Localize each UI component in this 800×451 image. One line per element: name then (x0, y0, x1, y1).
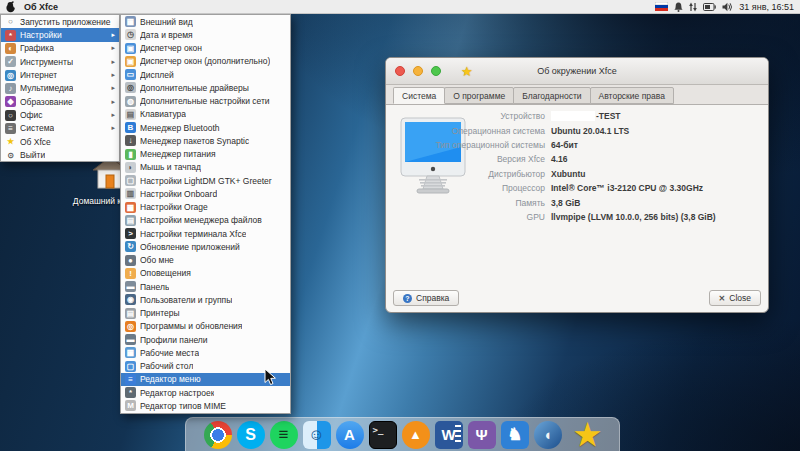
terminal-icon[interactable]: >_ (369, 421, 397, 449)
education-icon: ◆ (5, 96, 16, 107)
submenu-item[interactable]: ▢ Настройки LightDM GTK+ Greeter (121, 174, 290, 187)
submenu-item[interactable]: ↻ Обновление приложений (121, 240, 290, 253)
submenu-item[interactable]: ▣ Диспетчер окон (дополнительно) (121, 55, 290, 68)
submenu-arrow-icon: ▸ (111, 71, 115, 79)
keyboard-layout-flag-icon[interactable] (655, 2, 668, 11)
close-window-button[interactable] (395, 66, 405, 76)
info-label: Процессор (386, 183, 551, 193)
clock[interactable]: 31 янв, 16:51 (739, 2, 794, 12)
star-icon[interactable]: ★ (574, 421, 602, 449)
spotify-icon[interactable]: ≡ (270, 421, 298, 449)
submenu-item[interactable]: ◎ Дополнительные драйверы (121, 81, 290, 94)
submenu-item[interactable]: ◷ Дата и время (121, 28, 290, 41)
xfce-mouse-icon[interactable]: ♞ (501, 421, 529, 449)
submenu-item[interactable]: ● Обо мне (121, 254, 290, 267)
submenu-item[interactable]: ◉ Пользователи и группы (121, 293, 290, 306)
lightdm-icon: ▢ (125, 175, 136, 186)
dialog-titlebar[interactable]: Об окружении Xfce ★ (386, 58, 768, 85)
submenu-item[interactable]: ▦ Настройки Orage (121, 201, 290, 214)
submenu-item[interactable]: ▣ Диспетчер окон (121, 42, 290, 55)
tab[interactable]: Благодарности (513, 87, 590, 104)
submenu-item[interactable]: ▦ Рабочие места (121, 346, 290, 359)
submenu-item[interactable]: ≡ Редактор меню (121, 373, 290, 386)
submenu-item[interactable]: ▮ Менеджер питания (121, 148, 290, 161)
bluetooth-icon: B (125, 122, 136, 133)
menu-item[interactable]: ○ Запустить приложение... (1, 15, 119, 28)
dialog-title: Об окружении Xfce (386, 66, 768, 76)
submenu-item[interactable]: ▢ Рабочий стол (121, 360, 290, 373)
submenu-item[interactable]: ▬ Профили панели (121, 333, 290, 346)
finder-icon[interactable]: ☺ (303, 421, 331, 449)
menu-item[interactable]: ◆ Образование ▸ (1, 95, 119, 108)
menu-item[interactable]: ◐ Графика ▸ (1, 42, 119, 55)
close-button[interactable]: ✕ Close (709, 290, 761, 306)
network-arrows-icon[interactable] (689, 2, 697, 12)
notifications-bell-icon[interactable] (674, 2, 683, 12)
submenu-arrow-icon: ▸ (111, 44, 115, 52)
info-label: Операционная система (386, 126, 551, 136)
volume-icon[interactable] (722, 2, 733, 12)
dialog-footer: ? Справка ✕ Close (393, 290, 761, 306)
submenu-item[interactable]: ▦ Внешний вид (121, 15, 290, 28)
purple-emblem-icon[interactable]: Ψ (468, 421, 496, 449)
tab[interactable]: Система (393, 87, 445, 104)
minimize-window-button[interactable] (413, 66, 423, 76)
menu-item[interactable]: ○ Офис ▸ (1, 108, 119, 121)
skype-icon[interactable]: S (237, 421, 265, 449)
menu-item[interactable]: ♪ Мультимедиа ▸ (1, 82, 119, 95)
network-settings-icon: ◍ (125, 96, 136, 107)
synaptic-icon: ↓ (125, 135, 136, 146)
about-me-icon: ● (125, 255, 136, 266)
submenu-item[interactable]: ◍ Дополнительные настройки сети (121, 95, 290, 108)
info-row: GPU llvmpipe (LLVM 10.0.0, 256 bits) (3,… (386, 210, 762, 224)
top-panel: Об Xfce (0, 0, 800, 14)
submenu-item[interactable]: M Редактор типов MIME (121, 399, 290, 412)
submenu-arrow-icon: ▸ (111, 58, 115, 66)
keyboard-icon: ▤ (125, 109, 136, 120)
logout-icon: ⊙ (5, 150, 16, 161)
submenu-item[interactable]: ▭ Дисплей (121, 68, 290, 81)
app-store-icon[interactable]: A (336, 421, 364, 449)
maximize-window-button[interactable] (431, 66, 441, 76)
submenu-item[interactable]: ▤ Клавиатура (121, 108, 290, 121)
submenu-item[interactable]: > Настройки терминала Xfce (121, 227, 290, 240)
submenu-item[interactable]: ▥ Настройки Onboard (121, 187, 290, 200)
desktop: Об Xfce (0, 0, 800, 451)
submenu-item[interactable]: ◗ Мышь и тачпад (121, 161, 290, 174)
menu-item[interactable]: ≡ Система ▸ (1, 122, 119, 135)
display-icon: ▭ (125, 69, 136, 80)
menu-item[interactable]: ⊙ Выйти (1, 148, 119, 161)
internet-icon: ◎ (5, 70, 16, 81)
info-label: Память (386, 198, 551, 208)
menu-item[interactable]: * Настройки ▸ (1, 28, 119, 41)
submenu-item[interactable]: B Менеджер Bluetooth (121, 121, 290, 134)
datetime-icon: ◷ (125, 29, 136, 40)
menu-item[interactable]: ◎ Интернет ▸ (1, 68, 119, 81)
info-row: Тип операционной системы 64-бит (386, 138, 762, 152)
help-button[interactable]: ? Справка (393, 290, 459, 306)
submenu-item[interactable]: ▬ Панель (121, 280, 290, 293)
submenu-item[interactable]: ▤ Принтеры (121, 307, 290, 320)
menu-editor-icon: ≡ (125, 374, 136, 385)
submenu-arrow-icon: ▸ (111, 124, 115, 132)
chrome-icon[interactable] (204, 421, 232, 449)
submenu-item[interactable]: ↓ Менеджер пакетов Synaptic (121, 134, 290, 147)
appearance-icon: ▦ (125, 16, 136, 27)
submenu-item[interactable]: ◎ Программы и обновления (121, 320, 290, 333)
system-info-fields: Устройство -TEST Операционная система Ub… (386, 109, 762, 224)
submenu-item[interactable]: ! Оповещения (121, 267, 290, 280)
submenu-item[interactable]: ▤ Настройки менеджера файлов (121, 214, 290, 227)
info-label: Устройство (386, 111, 551, 121)
menu-item[interactable]: ✓ Инструменты ▸ (1, 55, 119, 68)
word-icon[interactable]: W (435, 421, 463, 449)
battery-icon[interactable] (703, 3, 716, 11)
tab[interactable]: О программе (444, 87, 514, 104)
vlc-icon[interactable]: ▲ (402, 421, 430, 449)
menu-item[interactable]: ★ Об Xfce (1, 135, 119, 148)
tab[interactable]: Авторские права (590, 87, 674, 104)
run-icon: ○ (5, 16, 16, 27)
submenu-item[interactable]: * Редактор настроек (121, 386, 290, 399)
eagle-browser-icon[interactable]: ◖ (534, 421, 562, 449)
tools-icon: ✓ (5, 56, 16, 67)
apple-logo-icon[interactable] (6, 1, 17, 13)
